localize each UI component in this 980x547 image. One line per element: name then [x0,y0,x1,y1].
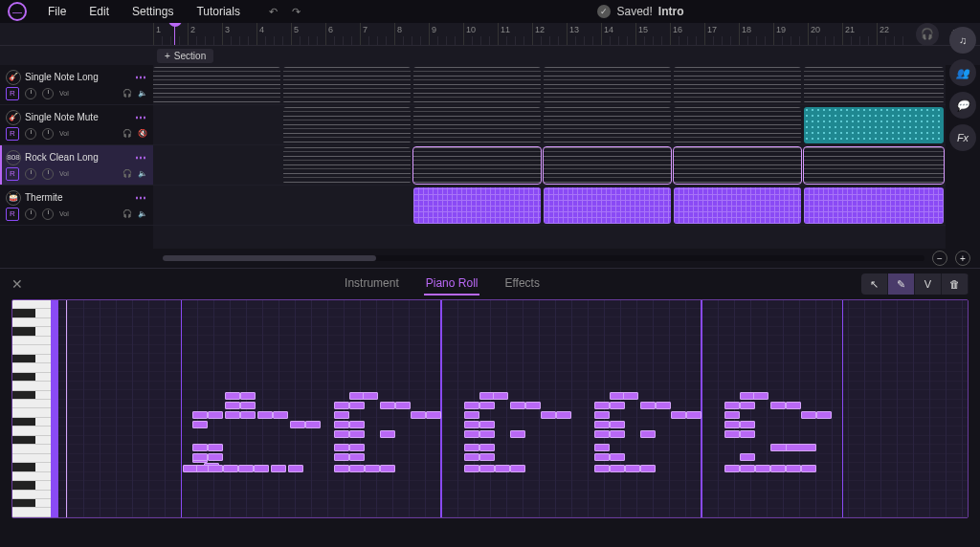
audio-clip[interactable] [804,107,944,143]
record-button[interactable]: R [6,87,19,100]
track-header[interactable]: 🥁 Thermite ⋯ R Vol 🎧 🔈 [0,186,153,226]
midi-note[interactable] [238,465,254,472]
app-logo[interactable]: — [8,2,27,21]
midi-note[interactable] [225,392,240,400]
midi-note[interactable] [479,430,495,438]
midi-note[interactable] [208,465,223,472]
midi-note[interactable] [192,411,208,419]
midi-note[interactable] [240,411,256,419]
white-key[interactable] [12,508,51,516]
midi-note[interactable] [208,444,223,451]
midi-note[interactable] [786,465,801,472]
midi-note[interactable] [240,402,256,409]
project-title[interactable]: Intro [658,5,684,18]
track-more-button[interactable]: ⋯ [135,191,147,205]
playhead[interactable] [174,23,175,45]
midi-note[interactable] [192,444,208,451]
piano-roll[interactable] [11,299,969,518]
midi-note[interactable] [464,465,479,472]
audio-clip[interactable] [544,187,671,224]
timeline-ruler[interactable]: 1234567891011121314151617181920212223 [153,23,903,45]
black-key[interactable] [12,373,51,382]
midi-note[interactable] [208,411,223,419]
midi-note[interactable] [610,430,625,438]
midi-note[interactable] [610,402,625,409]
audio-clip[interactable] [674,67,801,103]
vol-knob[interactable] [42,168,54,180]
tool-button[interactable]: 🗑 [942,274,969,295]
midi-note[interactable] [290,421,305,428]
add-section-button[interactable]: + Section [157,49,213,63]
metronome-button[interactable]: 🎧 [916,23,939,46]
midi-note[interactable] [801,465,816,472]
track-lane[interactable] [153,186,946,226]
black-key[interactable] [12,355,51,363]
midi-note[interactable] [724,402,740,409]
white-key[interactable] [12,382,51,390]
white-key[interactable] [12,400,51,408]
black-key[interactable] [12,499,51,508]
audio-clip[interactable] [674,187,801,224]
tab-instrument[interactable]: Instrument [343,273,401,295]
midi-note[interactable] [479,465,495,472]
midi-note[interactable] [786,444,816,451]
midi-note[interactable] [411,411,426,419]
midi-note[interactable] [770,465,786,472]
midi-note[interactable] [479,444,495,451]
audio-clip[interactable] [544,147,671,184]
midi-note[interactable] [740,465,755,472]
tool-button[interactable]: ✎ [888,274,915,295]
audio-clip[interactable] [804,147,944,184]
track-header[interactable]: 🎸 Single Note Mute ⋯ R Vol 🎧 🔇 [0,105,153,145]
midi-note[interactable] [594,402,610,409]
midi-note[interactable] [349,453,365,461]
record-button[interactable]: R [6,167,19,181]
midi-note[interactable] [225,411,240,419]
midi-note[interactable] [755,465,770,472]
midi-note[interactable] [625,465,640,472]
white-key[interactable] [12,427,51,435]
chat-button[interactable]: 💬 [949,92,976,119]
midi-note[interactable] [395,402,411,409]
midi-note[interactable] [288,465,303,472]
midi-note[interactable] [495,465,510,472]
midi-note[interactable] [257,411,273,419]
midi-note[interactable] [464,411,479,419]
midi-note[interactable] [363,392,378,400]
midi-note[interactable] [510,465,525,472]
midi-note[interactable] [594,421,610,428]
track-more-button[interactable]: ⋯ [135,151,147,164]
midi-note[interactable] [479,421,495,428]
midi-note[interactable] [479,453,495,461]
menu-edit[interactable]: Edit [79,3,119,20]
black-key[interactable] [12,309,51,317]
midi-note[interactable] [510,402,525,409]
zoom-out-button[interactable]: − [932,251,947,266]
midi-note[interactable] [380,402,395,409]
headphone-icon[interactable]: 🎧 [122,169,132,178]
piano-keyboard[interactable] [12,300,51,517]
midi-note[interactable] [225,402,240,409]
undo-button[interactable]: ↶ [265,3,282,20]
mute-icon[interactable]: 🔇 [138,129,147,138]
midi-note[interactable] [525,402,541,409]
black-key[interactable] [12,391,51,400]
track-lane[interactable] [153,105,946,145]
midi-note[interactable] [426,411,441,419]
midi-note[interactable] [334,402,349,409]
menu-settings[interactable]: Settings [122,3,183,20]
midi-note[interactable] [724,411,740,419]
midi-note[interactable] [464,430,479,438]
midi-note[interactable] [594,411,610,419]
midi-note[interactable] [254,465,269,472]
audio-clip[interactable] [674,107,801,143]
white-key[interactable] [12,445,51,453]
clips-area[interactable] [153,65,946,249]
audio-clip[interactable] [674,147,801,184]
audio-clip[interactable] [544,107,671,143]
midi-note[interactable] [640,402,656,409]
midi-note[interactable] [192,421,208,428]
midi-note[interactable] [349,430,365,438]
midi-note[interactable] [740,430,755,438]
track-more-button[interactable]: ⋯ [135,71,147,84]
